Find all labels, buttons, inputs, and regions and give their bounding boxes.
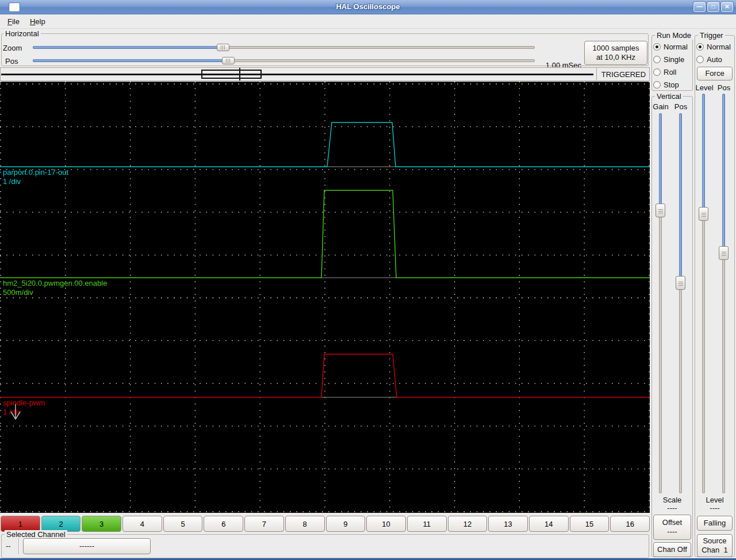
level-slider[interactable] bbox=[699, 94, 708, 493]
minimize-button[interactable]: — bbox=[693, 2, 706, 12]
channel-button-12[interactable]: 12 bbox=[448, 516, 488, 532]
force-button[interactable]: Force bbox=[697, 67, 733, 80]
slider-fill bbox=[702, 94, 705, 214]
channel-2-scale-label: 500m/div bbox=[3, 288, 33, 297]
vertical-group-label: Vertical bbox=[655, 92, 683, 101]
level-readout-value: ---- bbox=[695, 504, 735, 512]
channel-button-16[interactable]: 16 bbox=[610, 516, 650, 532]
slider-handle[interactable] bbox=[656, 204, 665, 217]
channel-button-1[interactable]: 1 bbox=[1, 516, 40, 532]
radio-label: Auto bbox=[707, 55, 722, 64]
close-button[interactable]: ✕ bbox=[721, 2, 733, 12]
radio-trigger-normal[interactable]: Normal bbox=[696, 40, 734, 53]
run-mode-group-label: Run Mode bbox=[655, 31, 693, 40]
trigger-position-marker[interactable] bbox=[239, 68, 240, 80]
chan-off-button[interactable]: Chan Off bbox=[653, 542, 691, 557]
trigger-position-bar[interactable]: TRIGGERED bbox=[0, 67, 650, 81]
horizontal-zoom-slider[interactable] bbox=[33, 43, 535, 52]
samples-line2: at 10,0 KHz bbox=[596, 53, 635, 62]
channel-button-13[interactable]: 13 bbox=[488, 516, 528, 532]
selected-channel-group-label: Selected Channel bbox=[5, 530, 67, 539]
radio-icon bbox=[696, 56, 704, 63]
trigger-group-label: Trigger bbox=[698, 31, 725, 40]
offset-value: ---- bbox=[667, 527, 677, 536]
channel-button-6[interactable]: 6 bbox=[204, 516, 243, 532]
window-title: HAL Oscilloscope bbox=[0, 2, 736, 11]
gain-slider[interactable] bbox=[656, 113, 665, 493]
level-label: Level bbox=[693, 83, 715, 92]
zoom-label: Zoom bbox=[3, 44, 22, 52]
slider-fill bbox=[679, 113, 682, 283]
channel-1-trace bbox=[0, 122, 650, 167]
samples-line1: 1000 samples bbox=[593, 44, 639, 53]
horizontal-pos-slider[interactable] bbox=[33, 56, 535, 65]
selected-channel-button[interactable]: ------ bbox=[23, 538, 151, 554]
scope-canvas[interactable]: parport.0.pin-17-out1 /divhm2_5i20.0.pwm… bbox=[0, 82, 650, 513]
channel-button-4[interactable]: 4 bbox=[122, 516, 162, 532]
source-value: Chan 1 bbox=[702, 546, 728, 555]
channel-button-9[interactable]: 9 bbox=[326, 516, 366, 532]
radio-icon bbox=[653, 56, 661, 63]
radio-label: Single bbox=[664, 55, 684, 64]
window-controls: —□✕ bbox=[693, 2, 733, 12]
channel-2-name-label: hm2_5i20.0.pwmgen.00.enable bbox=[3, 279, 107, 287]
separator bbox=[18, 538, 19, 554]
channel-button-14[interactable]: 14 bbox=[529, 516, 569, 532]
samples-button[interactable]: 1000 samples at 10,0 KHz bbox=[584, 41, 647, 65]
radio-icon bbox=[696, 43, 704, 51]
trigger-pos-slider[interactable] bbox=[719, 94, 729, 493]
maximize-button[interactable]: □ bbox=[707, 2, 719, 12]
radio-run-roll[interactable]: Roll bbox=[653, 66, 692, 78]
channel-button-5[interactable]: 5 bbox=[163, 516, 203, 532]
channel-button-7[interactable]: 7 bbox=[244, 516, 284, 532]
right-panel: Run Mode NormalSingleRollStop Vertical G… bbox=[650, 29, 736, 558]
source-label: Source bbox=[703, 536, 726, 546]
view-window-box[interactable] bbox=[201, 70, 262, 79]
scale-readout: Scale ---- bbox=[651, 496, 693, 512]
scope-display[interactable]: parport.0.pin-17-out1 /divhm2_5i20.0.pwm… bbox=[0, 82, 650, 513]
offset-button[interactable]: Offset ---- bbox=[653, 515, 691, 540]
radio-label: Normal bbox=[707, 43, 731, 51]
channel-button-2[interactable]: 2 bbox=[41, 516, 81, 532]
channel-button-15[interactable]: 15 bbox=[570, 516, 610, 532]
radio-icon bbox=[653, 43, 661, 51]
offset-label: Offset bbox=[662, 518, 682, 527]
triggered-status: TRIGGERED bbox=[596, 68, 650, 80]
menu-file[interactable]: File bbox=[2, 16, 25, 28]
slider-handle[interactable] bbox=[222, 57, 235, 64]
falling-button[interactable]: Falling bbox=[697, 516, 733, 531]
radio-icon bbox=[653, 68, 661, 76]
channel-1-name-label: parport.0.pin-17-out bbox=[3, 168, 69, 177]
titlebar[interactable]: HAL Oscilloscope —□✕ bbox=[0, 0, 736, 14]
radio-run-single[interactable]: Single bbox=[653, 53, 692, 66]
menu-help[interactable]: Help bbox=[25, 16, 51, 28]
slider-fill bbox=[33, 59, 228, 62]
radio-icon bbox=[653, 81, 661, 89]
channel-button-3[interactable]: 3 bbox=[82, 516, 121, 532]
radio-trigger-auto[interactable]: Auto bbox=[696, 53, 734, 66]
level-readout: Level ---- bbox=[695, 496, 735, 512]
radio-label: Normal bbox=[664, 43, 688, 51]
slider-handle[interactable] bbox=[719, 246, 729, 260]
app-window: { "window": { "title": "HAL Oscilloscope… bbox=[0, 0, 736, 560]
channel-button-11[interactable]: 11 bbox=[407, 516, 447, 532]
channel-button-8[interactable]: 8 bbox=[285, 516, 325, 532]
slider-handle[interactable] bbox=[699, 207, 708, 221]
radio-label: Stop bbox=[664, 80, 679, 89]
menubar: FileHelp bbox=[0, 14, 736, 29]
source-button[interactable]: Source Chan 1 bbox=[697, 534, 733, 557]
scale-value: ---- bbox=[651, 504, 693, 512]
channel-button-row: 12345678910111213141516 bbox=[0, 516, 650, 532]
scale-label: Scale bbox=[651, 496, 693, 504]
slider-handle[interactable] bbox=[676, 276, 685, 290]
channel-3-name-label: spindle-pwm bbox=[3, 398, 45, 407]
trigger-pos-label: Pos bbox=[714, 83, 734, 92]
vertical-pos-slider[interactable] bbox=[676, 113, 685, 493]
channel-button-10[interactable]: 10 bbox=[366, 516, 406, 532]
radio-run-stop[interactable]: Stop bbox=[653, 78, 692, 91]
level-readout-label: Level bbox=[695, 496, 735, 504]
radio-run-normal[interactable]: Normal bbox=[653, 40, 692, 53]
radio-label: Roll bbox=[664, 68, 676, 76]
vertical-pos-label: Pos bbox=[670, 102, 691, 111]
slider-handle[interactable] bbox=[217, 44, 229, 51]
